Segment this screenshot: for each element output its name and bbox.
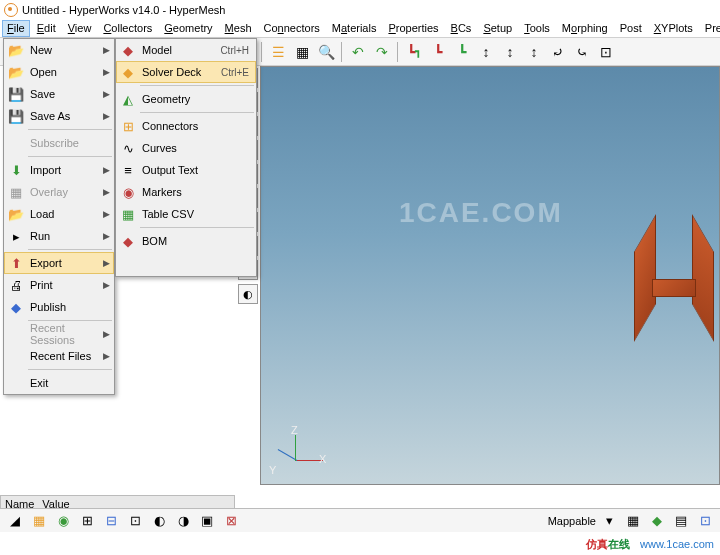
menu-item-new[interactable]: 📂New▶ — [4, 39, 114, 61]
fit-icon[interactable]: ⊡ — [595, 41, 617, 63]
menu-bar[interactable]: File Edit View Collectors Geometry Mesh … — [0, 20, 720, 38]
binoculars-icon[interactable]: 🔍 — [315, 41, 337, 63]
menu-geometry[interactable]: Geometry — [159, 20, 217, 37]
menu-item-open[interactable]: 📂Open▶ — [4, 61, 114, 83]
menu-setup[interactable]: Setup — [478, 20, 517, 37]
bt-icon[interactable]: ⊠ — [220, 511, 242, 531]
bt-icon[interactable]: ▦ — [28, 511, 50, 531]
menu-item-label: Load — [30, 208, 97, 220]
menu-properties[interactable]: Properties — [383, 20, 443, 37]
grid-icon[interactable]: ▦ — [291, 41, 313, 63]
menu-materials[interactable]: Materials — [327, 20, 382, 37]
menu-item-label: Run — [30, 230, 97, 242]
menu-item-connectors[interactable]: ⊞Connectors — [116, 115, 256, 137]
app-icon — [4, 3, 18, 17]
mappable-label[interactable]: Mappable — [548, 515, 596, 527]
axis-x-icon[interactable]: ↕ — [475, 41, 497, 63]
menu-item-export[interactable]: ⬆Export▶ — [4, 252, 114, 274]
menu-item-curves[interactable]: ∿Curves — [116, 137, 256, 159]
export-icon: ⬆ — [8, 255, 24, 271]
bt-icon[interactable]: ⊡ — [124, 511, 146, 531]
menu-item-label: Exit — [30, 377, 110, 389]
footer-brand: 仿真在线 — [586, 535, 630, 552]
menu-item-label: Solver Deck — [142, 66, 215, 78]
bt-icon[interactable]: ◢ — [4, 511, 26, 531]
axis-y-icon[interactable]: ↕ — [499, 41, 521, 63]
menu-connectors[interactable]: Connectors — [259, 20, 325, 37]
footer-url: www.1cae.com — [640, 538, 714, 550]
bt-icon[interactable]: ▣ — [196, 511, 218, 531]
menu-item-label: Open — [30, 66, 97, 78]
menu-item-save[interactable]: 💾Save▶ — [4, 83, 114, 105]
menu-item-recent-files[interactable]: Recent Files▶ — [4, 345, 114, 367]
menu-item-label: Geometry — [142, 93, 252, 105]
axis-xz-icon[interactable]: ┗ — [427, 41, 449, 63]
menu-item-import[interactable]: ⬇Import▶ — [4, 159, 114, 181]
menu-item-geometry[interactable]: ◭Geometry — [116, 88, 256, 110]
rotate2-icon[interactable]: ⤿ — [571, 41, 593, 63]
bt-icon[interactable]: ⊟ — [100, 511, 122, 531]
menu-item-exit[interactable]: Exit — [4, 372, 114, 394]
bottom-toolbar: ◢ ▦ ◉ ⊞ ⊟ ⊡ ◐ ◑ ▣ ⊠ Mappable ▾ ▦ ◆ ▤ ⊡ — [0, 508, 720, 532]
menu-item-markers[interactable]: ◉Markers — [116, 181, 256, 203]
menu-morphing[interactable]: Morphing — [557, 20, 613, 37]
menu-file[interactable]: File — [2, 20, 30, 37]
bt-icon[interactable]: ⊡ — [694, 511, 716, 531]
menu-item-label: Publish — [30, 301, 110, 313]
menu-item-solver-deck[interactable]: ◆Solver DeckCtrl+E — [116, 61, 256, 83]
bt-icon[interactable]: ◆ — [646, 511, 668, 531]
submenu-arrow-icon: ▶ — [103, 280, 110, 290]
subscribe-icon — [8, 135, 24, 151]
axis-yz-icon[interactable]: ┗ — [451, 41, 473, 63]
separator — [261, 42, 263, 62]
menu-tools[interactable]: Tools — [519, 20, 555, 37]
menu-xyplots[interactable]: XYPlots — [649, 20, 698, 37]
vt-icon[interactable]: ◐ — [238, 284, 258, 304]
menu-item-load[interactable]: 📂Load▶ — [4, 203, 114, 225]
bt-icon[interactable]: ▦ — [622, 511, 644, 531]
viewport[interactable]: 1CAE.COM X Y Z — [260, 66, 720, 485]
bt-icon[interactable]: ◑ — [172, 511, 194, 531]
redo-icon[interactable]: ↷ — [371, 41, 393, 63]
menu-item-save-as[interactable]: 💾Save As▶ — [4, 105, 114, 127]
title-bar: Untitled - HyperWorks v14.0 - HyperMesh — [0, 0, 720, 20]
recent sessions-icon — [8, 326, 24, 342]
output text-icon: ≡ — [120, 162, 136, 178]
chevron-down-icon[interactable]: ▾ — [598, 511, 620, 531]
solver deck-icon: ◆ — [120, 64, 136, 80]
overlay-icon: ▦ — [8, 184, 24, 200]
menu-preferences[interactable]: Preferences — [700, 20, 720, 37]
menu-edit[interactable]: Edit — [32, 20, 61, 37]
menu-item-label: Recent Sessions — [30, 322, 97, 346]
tree-icon[interactable]: ☰ — [267, 41, 289, 63]
bt-icon[interactable]: ▤ — [670, 511, 692, 531]
bt-icon[interactable]: ◉ — [52, 511, 74, 531]
menu-collectors[interactable]: Collectors — [98, 20, 157, 37]
menu-item-subscribe: Subscribe — [4, 132, 114, 154]
submenu-arrow-icon: ▶ — [103, 209, 110, 219]
model-letter-a — [634, 202, 714, 342]
menu-item-label: Import — [30, 164, 97, 176]
menu-item-run[interactable]: ▸Run▶ — [4, 225, 114, 247]
menu-view[interactable]: View — [63, 20, 97, 37]
bt-icon[interactable]: ⊞ — [76, 511, 98, 531]
menu-item-table-csv[interactable]: ▦Table CSV — [116, 203, 256, 225]
menu-item-label: Overlay — [30, 186, 97, 198]
geometry-icon: ◭ — [120, 91, 136, 107]
undo-icon[interactable]: ↶ — [347, 41, 369, 63]
file-menu-dropdown: 📂New▶📂Open▶💾Save▶💾Save As▶Subscribe⬇Impo… — [3, 38, 115, 395]
axis-z-icon[interactable]: ↕ — [523, 41, 545, 63]
menu-bcs[interactable]: BCs — [446, 20, 477, 37]
load-icon: 📂 — [8, 206, 24, 222]
menu-item-publish[interactable]: ◆Publish — [4, 296, 114, 318]
rotate-icon[interactable]: ⤾ — [547, 41, 569, 63]
axis-xy-icon[interactable]: ┗┓ — [403, 41, 425, 63]
menu-mesh[interactable]: Mesh — [220, 20, 257, 37]
bt-icon[interactable]: ◐ — [148, 511, 170, 531]
menu-item-output-text[interactable]: ≡Output Text — [116, 159, 256, 181]
menu-post[interactable]: Post — [615, 20, 647, 37]
menu-item-print[interactable]: 🖨Print▶ — [4, 274, 114, 296]
menu-item-model[interactable]: ◆ModelCtrl+H — [116, 39, 256, 61]
window-title: Untitled - HyperWorks v14.0 - HyperMesh — [22, 4, 225, 16]
menu-item-bom[interactable]: ◆BOM — [116, 230, 256, 252]
